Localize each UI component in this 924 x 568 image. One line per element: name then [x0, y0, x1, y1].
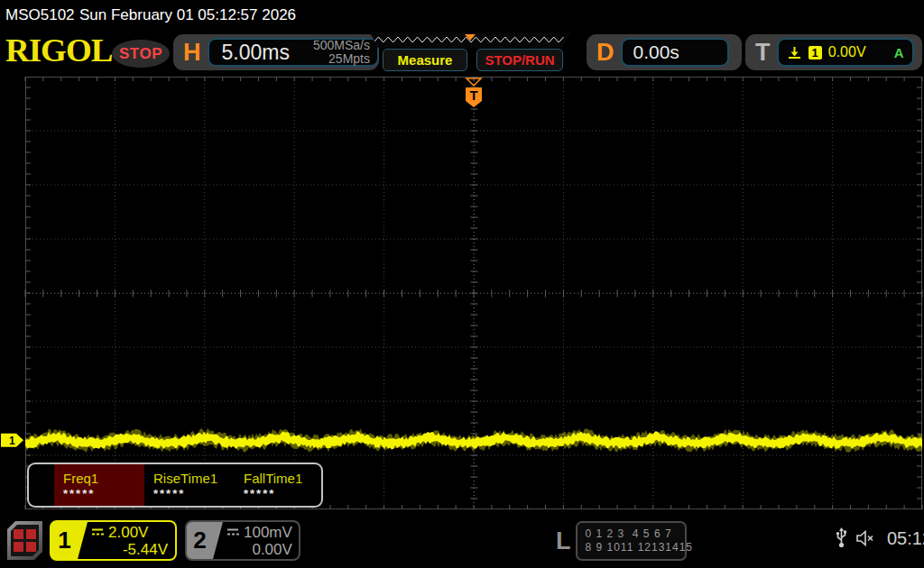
svg-text:T: T — [469, 87, 477, 103]
logic-row-8-15: 8 9 1011 12131415 — [586, 541, 685, 554]
system-datetime: Sun February 01 05:12:57 2026 — [79, 6, 296, 24]
scope-display[interactable]: T1 — [0, 77, 924, 509]
channel2-status-box[interactable]: 2 100mV 0.00V — [185, 520, 300, 561]
channel2-offset: 0.00V — [252, 541, 291, 558]
measurement-freq1[interactable]: Freq1 ***** — [54, 464, 144, 506]
dc-coupling-icon — [90, 527, 105, 536]
channel1-offset: -5.44V — [123, 541, 168, 558]
measurement-panel[interactable]: Freq1 ***** RiseTime1 ***** FallTime1 **… — [27, 463, 323, 508]
header-bar: RIGOL STOP H 5.00ms 500MSa/s25Mpts Measu… — [0, 30, 924, 73]
measurement-name: Freq1 — [63, 471, 135, 486]
channel-menu-button[interactable] — [7, 521, 42, 560]
run-state-indicator[interactable]: STOP — [112, 40, 170, 68]
measurement-risetime1[interactable]: RiseTime1 ***** — [144, 464, 235, 506]
channel1-status-box[interactable]: 1 2.00V -5.44V — [50, 520, 177, 561]
measurement-value: ***** — [153, 487, 226, 500]
clock-time: 05:12 — [887, 528, 924, 549]
grid-squares-icon — [11, 525, 39, 556]
measurement-value: ***** — [63, 487, 135, 500]
waveform-overview-bar[interactable] — [370, 32, 570, 48]
trigger-box[interactable]: 1 0.00V A — [777, 38, 914, 67]
model-name: MSO5102 — [5, 6, 75, 24]
measurement-value: ***** — [244, 487, 316, 500]
delay-value: 0.00s — [633, 41, 679, 63]
channel1-number[interactable]: 1 — [51, 522, 78, 559]
svg-text:1: 1 — [9, 435, 15, 447]
channel2-number[interactable]: 2 — [187, 522, 213, 559]
trigger-slope-falling-icon — [787, 46, 802, 60]
delay-label: D — [587, 39, 621, 67]
measure-button[interactable]: Measure — [383, 49, 467, 71]
logic-row-0-7: 0 1 2 3 4 5 6 7 — [586, 527, 685, 541]
trigger-settings-group[interactable]: T 1 0.00V A — [745, 34, 922, 70]
memory-depth: 25Mpts — [328, 51, 370, 66]
logic-channels-box[interactable]: 0 1 2 3 4 5 6 7 8 9 1011 12131415 — [576, 521, 687, 561]
logic-channels-group[interactable]: L 0 1 2 3 4 5 6 7 8 9 1011 12131415 — [556, 521, 687, 561]
measurement-falltime1[interactable]: FallTime1 ***** — [235, 464, 321, 506]
bottom-bar: 1 2.00V -5.44V 2 — [0, 518, 924, 568]
title-bar: MSO5102 Sun February 01 05:12:57 2026 — [0, 0, 924, 30]
measurement-name: RiseTime1 — [153, 471, 226, 486]
channel2-scale: 100mV — [244, 524, 292, 541]
rigol-logo: RIGOL — [5, 32, 112, 69]
logic-label: L — [556, 527, 571, 555]
usb-icon — [836, 527, 847, 549]
trigger-mode-auto: A — [894, 45, 904, 60]
horizontal-label: H — [173, 39, 208, 67]
delay-box[interactable]: 0.00s — [621, 38, 729, 67]
horizontal-settings-group[interactable]: H 5.00ms 500MSa/s25Mpts — [173, 34, 379, 70]
timebase-value: 5.00ms — [222, 41, 290, 65]
trigger-source-badge: 1 — [808, 46, 822, 60]
dc-coupling-icon — [226, 527, 240, 536]
status-icons: 05:12 — [836, 527, 924, 549]
overview-zigzag — [370, 32, 570, 48]
timebase-box[interactable]: 5.00ms 500MSa/s25Mpts — [208, 38, 380, 67]
stop-run-button[interactable]: STOP/RUN — [476, 49, 563, 71]
trigger-level-value: 0.00V — [828, 44, 866, 60]
sample-rate: 500MSa/s — [313, 38, 370, 52]
trigger-label: T — [745, 39, 777, 67]
sample-rate-depth: 500MSa/s25Mpts — [313, 39, 370, 65]
delay-settings-group[interactable]: D 0.00s — [587, 34, 742, 70]
measurement-name: FallTime1 — [244, 471, 316, 486]
channel1-scale: 2.00V — [108, 524, 148, 541]
sound-muted-icon[interactable] — [855, 529, 879, 547]
